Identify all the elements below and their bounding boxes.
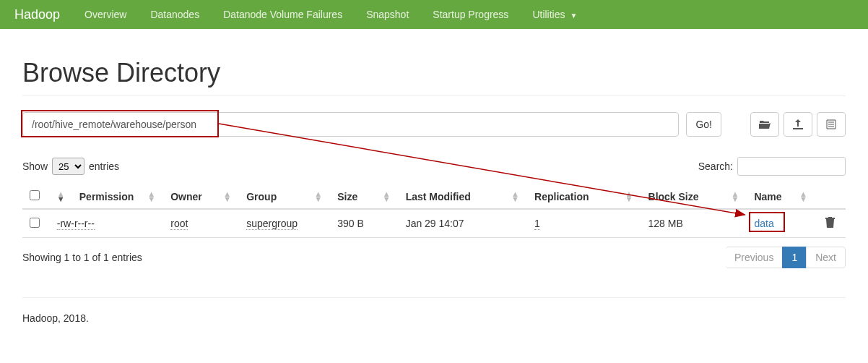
col-permission[interactable]: Permission (79, 191, 134, 202)
sort-icon[interactable]: ▲▼ (314, 192, 323, 202)
list-icon (826, 119, 836, 129)
pagination: Previous 1 Next (726, 247, 846, 268)
folder-open-icon (759, 119, 771, 129)
list-button[interactable] (817, 112, 846, 137)
show-label-prefix: Show (22, 161, 48, 172)
cell-owner: root (170, 218, 188, 230)
col-name[interactable]: Name (754, 191, 781, 202)
path-row: Go! (22, 112, 846, 137)
go-button[interactable]: Go! (686, 112, 721, 137)
nav-overview[interactable]: Overview (74, 1, 136, 27)
entries-select[interactable]: 25 (52, 158, 84, 175)
sort-icon[interactable]: ▲▼ (383, 192, 391, 202)
new-folder-button[interactable] (750, 112, 779, 137)
bottom-row: Showing 1 to 1 of 1 entries Previous 1 N… (22, 247, 846, 268)
controls-row: Show 25 entries Search: (22, 157, 846, 176)
sort-icon[interactable]: ▲▼ (57, 192, 66, 202)
show-entries: Show 25 entries (22, 158, 119, 175)
nav-utilities[interactable]: Utilities ▼ (522, 1, 587, 27)
upload-button[interactable] (784, 112, 812, 137)
select-all-checkbox[interactable] (30, 190, 40, 200)
search-input[interactable] (737, 157, 846, 176)
nav-utilities-label: Utilities (532, 9, 565, 20)
col-size[interactable]: Size (337, 191, 357, 202)
sort-icon[interactable]: ▲▼ (147, 192, 156, 202)
cell-group: supergroup (246, 218, 298, 230)
cell-permission: -rw-r--r-- (57, 218, 95, 230)
upload-icon (793, 119, 803, 129)
cell-name-link[interactable]: data (754, 218, 773, 229)
cell-blocksize: 128 MB (648, 218, 683, 229)
table-header-row: ▲▼Permission▲▼ Owner▲▼ Group▲▼ Size▲▼ La… (22, 184, 846, 209)
table-row: -rw-r--r-- root supergroup 390 B Jan 29 … (22, 209, 846, 238)
info-text: Showing 1 to 1 of 1 entries (22, 252, 142, 263)
sort-icon[interactable]: ▲▼ (625, 192, 634, 202)
cell-lastmod: Jan 29 14:07 (406, 218, 464, 229)
search-box: Search: (698, 157, 846, 176)
nav-snapshot[interactable]: Snapshot (356, 1, 419, 27)
next-button[interactable]: Next (806, 247, 846, 268)
nav-dn-volume-failures[interactable]: Datanode Volume Failures (213, 1, 352, 27)
cell-size: 390 B (337, 218, 364, 229)
main-container: Browse Directory Go! Show 25 entries (12, 58, 856, 338)
page-title: Browse Directory (22, 58, 846, 96)
sort-icon[interactable]: ▲▼ (799, 192, 808, 202)
path-input-wrap (22, 112, 679, 137)
footer-text: Hadoop, 2018. (22, 298, 846, 338)
sort-icon[interactable]: ▲▼ (511, 192, 520, 202)
sort-icon[interactable]: ▲▼ (731, 192, 739, 202)
show-label-suffix: entries (89, 161, 119, 172)
col-owner[interactable]: Owner (170, 191, 202, 202)
directory-table: ▲▼Permission▲▼ Owner▲▼ Group▲▼ Size▲▼ La… (22, 184, 846, 238)
prev-button[interactable]: Previous (726, 247, 783, 268)
nav-startup-progress[interactable]: Startup Progress (422, 1, 518, 27)
page-1-button[interactable]: 1 (782, 247, 807, 268)
col-group[interactable]: Group (246, 191, 277, 202)
col-replication[interactable]: Replication (534, 191, 589, 202)
path-input[interactable] (22, 112, 679, 137)
trash-icon (825, 217, 835, 228)
nav-datanodes[interactable]: Datanodes (140, 1, 209, 27)
brand[interactable]: Hadoop (14, 7, 71, 22)
sort-icon[interactable]: ▲▼ (223, 192, 232, 202)
row-checkbox[interactable] (30, 218, 40, 228)
caret-down-icon: ▼ (570, 12, 577, 20)
col-blocksize[interactable]: Block Size (648, 191, 699, 202)
search-label: Search: (698, 161, 733, 172)
col-lastmod[interactable]: Last Modified (406, 191, 471, 202)
navbar: Hadoop Overview Datanodes Datanode Volum… (0, 0, 868, 29)
delete-button[interactable] (825, 218, 835, 230)
cell-replication: 1 (534, 218, 540, 230)
toolbar-buttons (750, 112, 846, 137)
